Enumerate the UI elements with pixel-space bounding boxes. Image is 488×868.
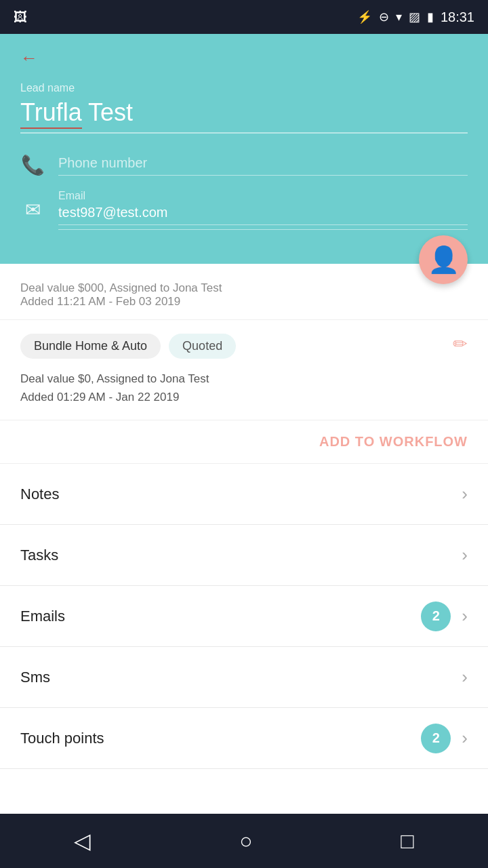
back-button[interactable]: ← (20, 47, 468, 68)
tasks-label: Tasks (20, 547, 58, 564)
status-bar-right: ⚡ ⊖ ▾ ▨ ▮ 18:31 (357, 9, 474, 25)
sim-icon: ▨ (409, 9, 420, 24)
tasks-right: › (462, 545, 468, 566)
emails-left: Emails (20, 608, 65, 625)
battery-icon: ▮ (427, 9, 434, 24)
emails-badge: 2 (421, 601, 451, 631)
avatar-fab[interactable]: 👤 (419, 235, 468, 284)
list-item-sms[interactable]: Sms › (0, 647, 488, 708)
lead-label: Lead name (20, 82, 468, 94)
tasks-left: Tasks (20, 547, 58, 564)
photo-icon: 🖼 (14, 9, 27, 25)
lead-name-underlined: Trufla (20, 98, 82, 129)
bluetooth-icon: ⚡ (357, 9, 372, 24)
edit-button[interactable]: ✏ (453, 334, 468, 355)
header-area: ← Lead name Trufla Test 📞 ✉ Email test98… (0, 34, 488, 264)
notes-left: Notes (20, 486, 59, 503)
emails-chevron-icon: › (462, 606, 468, 627)
tasks-chevron-icon: › (462, 545, 468, 566)
tag-quoted: Quoted (169, 334, 236, 359)
touch-points-right: 2 › (421, 724, 468, 753)
deal-info-2: Added 01:29 AM - Jan 22 2019 (20, 388, 468, 406)
phone-row: 📞 (20, 154, 468, 176)
sms-right: › (462, 667, 468, 688)
sms-label: Sms (20, 669, 50, 686)
sms-chevron-icon: › (462, 667, 468, 688)
nav-recents-button[interactable]: □ (380, 822, 434, 861)
deal-old-text-2: Added 11:21 AM - Feb 03 2019 (20, 295, 468, 309)
add-to-workflow-button[interactable]: ADD TO WORKFLOW (319, 434, 468, 450)
list-item-notes[interactable]: Notes › (0, 464, 488, 525)
notes-label: Notes (20, 486, 59, 503)
phone-input[interactable] (58, 155, 468, 176)
touch-points-left: Touch points (20, 730, 104, 747)
deal-info-1: Deal value $0, Assigned to Jona Test (20, 370, 468, 388)
email-row: ✉ Email test987@test.com (20, 190, 468, 230)
status-bar: 🖼 ⚡ ⊖ ▾ ▨ ▮ 18:31 (0, 0, 488, 34)
emails-label: Emails (20, 608, 65, 625)
email-icon: ✉ (20, 199, 45, 221)
emails-right: 2 › (421, 601, 468, 631)
list-item-tasks[interactable]: Tasks › (0, 525, 488, 586)
status-time: 18:31 (441, 9, 474, 25)
email-col: Email test987@test.com (58, 190, 468, 230)
sms-left: Sms (20, 669, 50, 686)
wifi-icon: ▾ (396, 9, 402, 24)
touch-points-chevron-icon: › (462, 728, 468, 749)
email-label: Email (58, 190, 468, 202)
notes-right: › (462, 484, 468, 505)
back-arrow-icon: ← (20, 47, 38, 68)
touch-points-label: Touch points (20, 730, 104, 747)
notes-chevron-icon: › (462, 484, 468, 505)
deal-tags: Bundle Home & Auto Quoted (20, 334, 468, 359)
deal-card-current: ✏ Bundle Home & Auto Quoted Deal value $… (0, 320, 488, 420)
lead-name: Trufla Test (20, 98, 468, 134)
avatar-icon: 👤 (428, 245, 460, 275)
phone-icon: 📞 (20, 154, 45, 176)
status-bar-left: 🖼 (14, 9, 27, 25)
add-workflow-row: ADD TO WORKFLOW (0, 420, 488, 464)
touch-points-badge: 2 (421, 724, 451, 753)
tag-bundle: Bundle Home & Auto (20, 334, 161, 359)
content-area: Deal value $000, Assigned to Jona Test A… (0, 264, 488, 823)
email-value: test987@test.com (58, 205, 468, 225)
list-item-touch-points[interactable]: Touch points 2 › (0, 708, 488, 769)
deal-old-text-1: Deal value $000, Assigned to Jona Test (20, 281, 468, 295)
list-item-emails[interactable]: Emails 2 › (0, 586, 488, 647)
nav-home-button[interactable]: ○ (219, 822, 272, 861)
list-section: Notes › Tasks › Emails 2 › (0, 464, 488, 769)
deal-card-old: Deal value $000, Assigned to Jona Test A… (0, 271, 488, 320)
minus-circle-icon: ⊖ (379, 9, 389, 24)
bottom-nav: ◁ ○ □ (0, 814, 488, 868)
nav-back-button[interactable]: ◁ (54, 821, 111, 861)
